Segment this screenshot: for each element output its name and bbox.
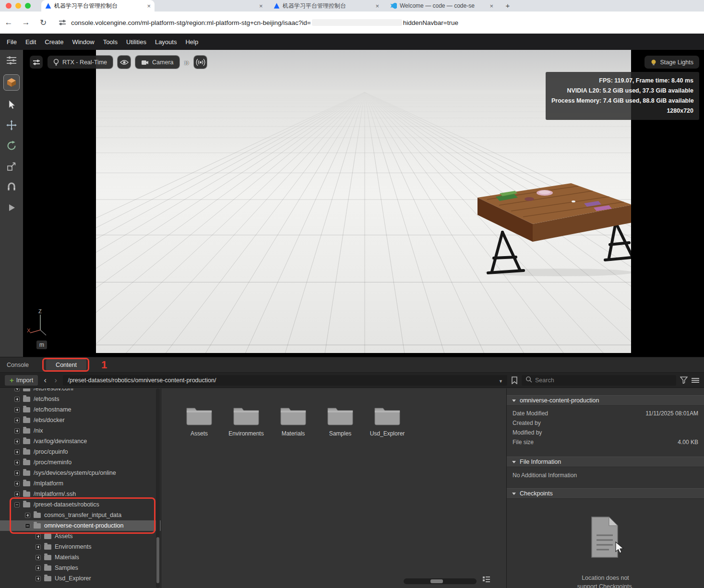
close-window-button[interactable] bbox=[6, 3, 12, 9]
file-card-environments[interactable]: Environments bbox=[223, 404, 270, 437]
expand-toggle-icon[interactable] bbox=[36, 555, 41, 560]
menu-item-edit[interactable]: Edit bbox=[25, 38, 36, 46]
file-card-assets[interactable]: Assets bbox=[176, 404, 223, 437]
import-button[interactable]: + Import bbox=[5, 375, 38, 386]
close-tab-icon[interactable]: × bbox=[489, 2, 493, 10]
tree-item-mlplatform-ssh[interactable]: /mlplatform/.ssh bbox=[0, 489, 161, 499]
scale-tool-icon[interactable] bbox=[3, 160, 20, 173]
menu-item-utilities[interactable]: Utilities bbox=[126, 38, 146, 46]
viewport[interactable]: RTX - Real-Time Camera » Stage Lights FP… bbox=[23, 50, 704, 357]
scrollbar-thumb[interactable] bbox=[156, 537, 159, 583]
expand-toggle-icon[interactable] bbox=[25, 513, 30, 518]
pod-tool-icon[interactable] bbox=[3, 74, 20, 91]
slider-handle[interactable] bbox=[430, 579, 443, 583]
expand-toggle-icon[interactable] bbox=[14, 470, 20, 476]
expand-toggle-icon[interactable] bbox=[14, 418, 20, 423]
path-field[interactable]: ▼ bbox=[63, 375, 507, 386]
icon-size-slider[interactable] bbox=[404, 578, 477, 584]
tree-item-etc-hostname[interactable]: /etc/hostname bbox=[0, 404, 161, 415]
tree-item-environments[interactable]: Environments bbox=[0, 541, 161, 552]
tree-item-proc-cpuinfo[interactable]: /proc/cpuinfo bbox=[0, 447, 161, 457]
close-tab-icon[interactable]: × bbox=[375, 2, 379, 10]
forward-button[interactable]: → bbox=[17, 18, 35, 27]
path-dropdown-caret-icon[interactable]: ▼ bbox=[499, 379, 503, 384]
tree-item-assets[interactable]: Assets bbox=[0, 531, 161, 541]
rotate-tool-icon[interactable] bbox=[3, 139, 20, 153]
tree-scrollbar[interactable] bbox=[156, 388, 160, 588]
expand-toggle-icon[interactable] bbox=[14, 428, 20, 434]
camera-selector-button[interactable]: Camera bbox=[135, 56, 179, 69]
visibility-eye-icon[interactable] bbox=[118, 56, 131, 69]
close-tab-icon[interactable]: × bbox=[147, 2, 151, 10]
collapse-toggle-icon[interactable] bbox=[25, 523, 30, 529]
expand-toggle-icon[interactable] bbox=[14, 460, 20, 465]
browser-tab-active[interactable]: 机器学习平台管理控制台 × bbox=[41, 0, 155, 12]
viewport-settings-icon[interactable] bbox=[30, 56, 43, 69]
expand-toggle-icon[interactable] bbox=[14, 397, 20, 402]
tree-item-mlplatform[interactable]: /mlplatform bbox=[0, 478, 161, 489]
file-card-usd_explorer[interactable]: Usd_Explorer bbox=[364, 404, 411, 437]
expand-toggle-icon[interactable] bbox=[14, 492, 20, 497]
expand-toolbar-icon[interactable]: » bbox=[184, 57, 190, 68]
tree-item-cosmos-transfer-intput-data[interactable]: cosmos_transfer_intput_data bbox=[0, 510, 161, 520]
tree-item-usd-explorer[interactable]: Usd_Explorer bbox=[0, 573, 161, 584]
expand-toggle-icon[interactable] bbox=[36, 565, 41, 571]
url-text[interactable]: console.volcengine.com/ml-platform-stg/r… bbox=[71, 19, 458, 26]
viewport-options-icon[interactable] bbox=[3, 54, 20, 67]
play-button[interactable] bbox=[3, 201, 20, 214]
tree-item-etc-resolv-conf[interactable]: /etc/resolv.conf bbox=[0, 388, 161, 394]
beacon-icon[interactable] bbox=[194, 56, 207, 69]
tree-item-var-log-devinstance[interactable]: /var/log/devinstance bbox=[0, 436, 161, 447]
back-button[interactable]: ← bbox=[0, 18, 17, 27]
browser-tab-collapsed[interactable]: × bbox=[255, 0, 268, 12]
tree-item-nix[interactable]: /nix bbox=[0, 425, 161, 436]
snap-tool-icon[interactable] bbox=[3, 180, 20, 194]
tree-item-samples[interactable]: Samples bbox=[0, 563, 161, 573]
menu-item-file[interactable]: File bbox=[7, 38, 17, 46]
tab-content[interactable]: Content bbox=[46, 359, 86, 371]
tree-item-preset-datasets-robotics[interactable]: /preset-datasets/robotics bbox=[0, 499, 161, 510]
file-card-samples[interactable]: Samples bbox=[317, 404, 364, 437]
options-menu-icon[interactable] bbox=[692, 377, 699, 383]
filter-icon[interactable] bbox=[680, 376, 688, 384]
expand-toggle-icon[interactable] bbox=[14, 481, 20, 486]
stage-lights-button[interactable]: Stage Lights bbox=[644, 56, 700, 69]
renderer-selector-button[interactable]: RTX - Real-Time bbox=[48, 56, 113, 69]
expand-toggle-icon[interactable] bbox=[14, 388, 20, 391]
select-tool-icon[interactable] bbox=[3, 98, 20, 111]
site-settings-icon[interactable] bbox=[59, 19, 66, 26]
menu-item-layouts[interactable]: Layouts bbox=[155, 38, 177, 46]
new-tab-button[interactable]: + bbox=[503, 1, 513, 11]
tree-item-materials[interactable]: Materials bbox=[0, 552, 161, 563]
expand-toggle-icon[interactable] bbox=[14, 449, 20, 455]
move-tool-icon[interactable] bbox=[3, 118, 20, 132]
path-input[interactable] bbox=[68, 377, 496, 384]
minimize-window-button[interactable] bbox=[15, 3, 21, 9]
history-forward-button[interactable]: › bbox=[52, 376, 59, 385]
expand-toggle-icon[interactable] bbox=[14, 407, 20, 412]
close-tab-icon[interactable]: × bbox=[259, 2, 263, 10]
zoom-window-button[interactable] bbox=[25, 3, 31, 9]
tab-console[interactable]: Console bbox=[7, 357, 29, 373]
browser-tab-3[interactable]: Welcome — code — code-se × bbox=[387, 0, 497, 12]
file-card-materials[interactable]: Materials bbox=[270, 404, 317, 437]
expand-toggle-icon[interactable] bbox=[36, 576, 41, 581]
menu-item-tools[interactable]: Tools bbox=[103, 38, 118, 46]
tree-item-ebs-docker[interactable]: /ebs/docker bbox=[0, 415, 161, 425]
checkpoints-header[interactable]: Checkpoints bbox=[507, 488, 704, 499]
expand-toggle-icon[interactable] bbox=[14, 439, 20, 444]
menu-item-window[interactable]: Window bbox=[72, 38, 94, 46]
unit-badge[interactable]: m bbox=[36, 341, 47, 349]
menu-item-help[interactable]: Help bbox=[185, 38, 198, 46]
tree-item-sys-devices-system-cpu-online[interactable]: /sys/devices/system/cpu/online bbox=[0, 468, 161, 478]
bookmark-icon[interactable] bbox=[511, 376, 518, 384]
expand-toggle-icon[interactable] bbox=[36, 534, 41, 539]
menu-item-create[interactable]: Create bbox=[45, 38, 63, 46]
browser-tab-2[interactable]: 机器学习平台管理控制台 × bbox=[270, 0, 383, 12]
details-header[interactable]: omniverse-content-production bbox=[507, 395, 704, 406]
search-box[interactable] bbox=[522, 375, 676, 386]
collapse-toggle-icon[interactable] bbox=[14, 502, 20, 507]
tree-item-etc-hosts[interactable]: /etc/hosts bbox=[0, 394, 161, 404]
file-information-header[interactable]: File Information bbox=[507, 457, 704, 467]
expand-toggle-icon[interactable] bbox=[36, 544, 41, 550]
